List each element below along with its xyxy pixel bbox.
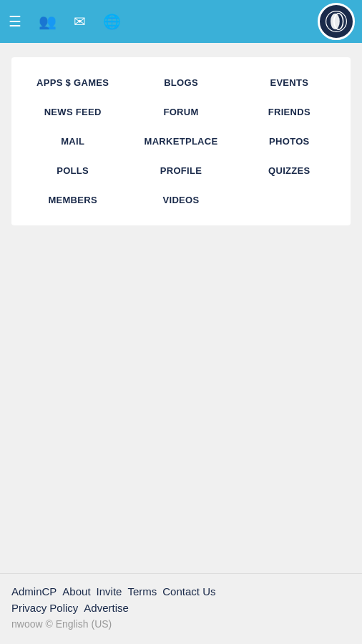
footer: AdminCP About Invite Terms Contact Us Pr… (0, 573, 362, 644)
header: ☰ 👥 ✉ 🌐 (0, 0, 362, 43)
site-logo[interactable] (318, 3, 355, 40)
footer-link-contact-us[interactable]: Contact Us (162, 585, 215, 597)
menu-item-profile[interactable]: PROFILE (127, 160, 235, 182)
menu-item-blogs[interactable]: BLOGS (127, 72, 235, 94)
menu-item-polls[interactable]: POLLS (19, 160, 127, 182)
main-content (0, 240, 362, 573)
menu-item-videos[interactable]: VIDEOS (127, 189, 235, 211)
menu-item-friends[interactable]: FRIENDS (235, 101, 343, 123)
mail-icon[interactable]: ✉ (74, 13, 86, 30)
menu-item-events[interactable]: EVENTS (235, 72, 343, 94)
footer-links-row-2: Privacy Policy Advertise (11, 602, 351, 614)
menu-panel: APPS $ GAMES BLOGS EVENTS NEWS FEED FORU… (11, 57, 351, 225)
header-left-icons: ☰ 👥 ✉ 🌐 (9, 13, 121, 30)
menu-item-quizzes[interactable]: QUIZZES (235, 160, 343, 182)
footer-link-about[interactable]: About (62, 585, 90, 597)
menu-item-forum[interactable]: FORUM (127, 101, 235, 123)
footer-link-admincp[interactable]: AdminCP (11, 585, 57, 597)
menu-item-apps-games[interactable]: APPS $ GAMES (19, 72, 127, 94)
footer-link-advertise[interactable]: Advertise (84, 602, 129, 614)
friends-icon[interactable]: 👥 (39, 13, 57, 30)
footer-copyright: nwoow © English (US) (11, 618, 351, 630)
footer-links-row-1: AdminCP About Invite Terms Contact Us (11, 585, 351, 597)
menu-item-marketplace[interactable]: MARKETPLACE (127, 130, 235, 152)
footer-link-terms[interactable]: Terms (127, 585, 157, 597)
globe-icon[interactable]: 🌐 (103, 13, 121, 30)
menu-icon[interactable]: ☰ (9, 13, 21, 30)
menu-item-news-feed[interactable]: NEWS FEED (19, 101, 127, 123)
menu-item-photos[interactable]: PHOTOS (235, 130, 343, 152)
footer-link-privacy-policy[interactable]: Privacy Policy (11, 602, 78, 614)
footer-link-invite[interactable]: Invite (97, 585, 122, 597)
menu-item-mail[interactable]: MAIL (19, 130, 127, 152)
menu-item-members[interactable]: MEMBERS (19, 189, 127, 211)
menu-item-empty (235, 189, 343, 211)
